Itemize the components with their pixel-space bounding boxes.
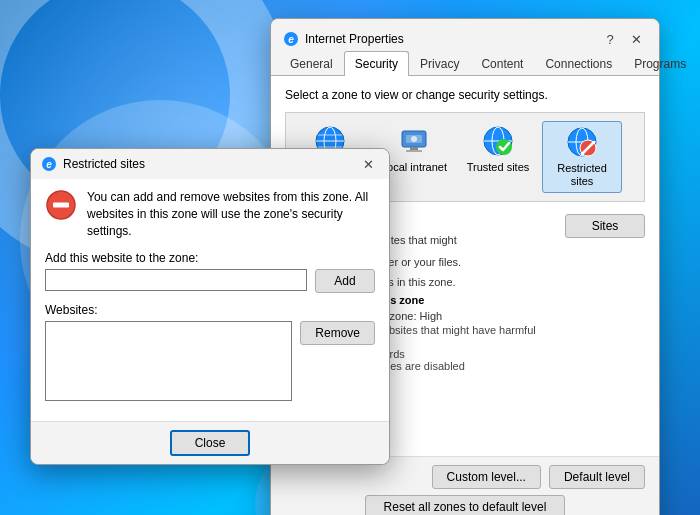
tab-content[interactable]: Content: [470, 51, 534, 76]
no-entry-icon: [45, 189, 77, 221]
add-website-label: Add this website to the zone:: [45, 251, 375, 265]
restricted-zone-label: Restricted sites: [545, 162, 619, 188]
zone-instruction: Select a zone to view or change security…: [285, 88, 645, 102]
title-controls: ? ✕: [599, 28, 647, 50]
intranet-zone-icon: [398, 125, 430, 157]
tab-general[interactable]: General: [279, 51, 344, 76]
add-button[interactable]: Add: [315, 269, 375, 293]
info-row: You can add and remove websites from thi…: [45, 189, 375, 239]
restricted-dialog-ie-icon: e: [41, 156, 57, 172]
sites-button-col: Sites: [565, 214, 645, 372]
footer-row-buttons: Custom level... Default level: [285, 465, 645, 489]
restricted-close-x-button[interactable]: ✕: [357, 153, 379, 175]
sites-button[interactable]: Sites: [565, 214, 645, 238]
websites-label: Websites:: [45, 303, 375, 317]
svg-rect-9: [410, 147, 418, 150]
trusted-zone-label: Trusted sites: [467, 161, 530, 174]
svg-rect-10: [406, 150, 422, 152]
default-level-button[interactable]: Default level: [549, 465, 645, 489]
tab-security[interactable]: Security: [344, 51, 409, 76]
svg-text:e: e: [288, 34, 294, 45]
zone-trusted[interactable]: Trusted sites: [458, 121, 538, 193]
restricted-dialog-title: Restricted sites: [63, 157, 145, 171]
add-website-row: Add: [45, 269, 375, 293]
svg-point-11: [411, 136, 417, 142]
custom-level-button[interactable]: Custom level...: [432, 465, 541, 489]
restricted-sites-footer: Close: [31, 421, 389, 464]
help-button[interactable]: ?: [599, 28, 621, 50]
websites-list[interactable]: [45, 321, 292, 401]
info-text: You can add and remove websites from thi…: [87, 189, 375, 239]
restricted-title-controls: ✕: [357, 153, 379, 175]
intranet-zone-label: Local intranet: [381, 161, 447, 174]
restricted-close-button[interactable]: Close: [170, 430, 250, 456]
restricted-title-left: e Restricted sites: [41, 156, 145, 172]
trusted-zone-icon: [482, 125, 514, 157]
ie-icon: e: [283, 31, 299, 47]
restricted-sites-titlebar: e Restricted sites ✕: [31, 149, 389, 179]
tab-privacy[interactable]: Privacy: [409, 51, 470, 76]
svg-text:e: e: [46, 159, 52, 170]
tab-programs[interactable]: Programs: [623, 51, 697, 76]
restricted-sites-content: You can add and remove websites from thi…: [31, 179, 389, 421]
restricted-zone-icon: [566, 126, 598, 158]
internet-properties-titlebar: e Internet Properties ? ✕: [271, 19, 659, 51]
title-left: e Internet Properties: [283, 31, 404, 47]
footer-row-reset: Reset all zones to default level: [285, 495, 645, 515]
websites-box-row: Remove: [45, 321, 375, 401]
add-website-input[interactable]: [45, 269, 307, 291]
reset-all-zones-button[interactable]: Reset all zones to default level: [365, 495, 565, 515]
restricted-sites-dialog: e Restricted sites ✕ You can add and rem…: [30, 148, 390, 465]
svg-rect-24: [53, 203, 69, 208]
dialog-title: Internet Properties: [305, 32, 404, 46]
tab-connections[interactable]: Connections: [534, 51, 623, 76]
tabs-bar: General Security Privacy Content Connect…: [271, 51, 659, 76]
close-button[interactable]: ✕: [625, 28, 647, 50]
remove-button[interactable]: Remove: [300, 321, 375, 345]
zone-restricted[interactable]: Restricted sites: [542, 121, 622, 193]
